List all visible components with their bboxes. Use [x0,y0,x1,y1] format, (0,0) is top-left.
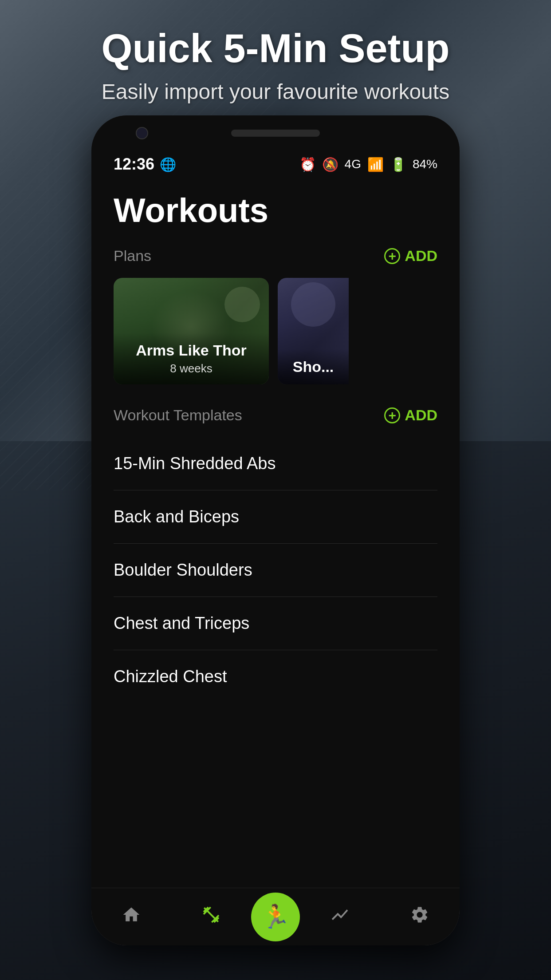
signal-label: 4G [345,157,361,171]
nav-item-progress[interactable] [300,905,380,929]
plan-card-1-detail [224,287,260,322]
template-name-4: Chizzled Chest [114,667,437,686]
plan-card-1-subtitle: 8 weeks [122,362,260,375]
nav-center-active-button[interactable]: 🏃 [251,893,300,941]
template-name-0: 15-Min Shredded Abs [114,454,437,473]
marketing-subtitle: Easily import your favourite workouts [0,79,551,104]
plan-card-shoulders[interactable]: Sho... [278,278,349,384]
signal-bars-icon: 📶 [367,157,384,172]
plans-label: Plans [114,247,151,265]
phone-top-bar [91,115,460,151]
bottom-nav: 🏃 [91,888,460,945]
plan-card-1-title: Arms Like Thor [122,342,260,359]
plan-card-2-figure [291,282,335,327]
status-bar: 12:36 🌐 ⏰ 🔕 4G 📶 🔋 84% [91,151,460,178]
template-name-1: Back and Biceps [114,507,437,526]
nav-item-home[interactable] [91,905,171,929]
clock-time: 12:36 [114,155,154,174]
template-name-3: Chest and Triceps [114,614,437,633]
templates-add-icon: + [384,407,400,423]
page-title: Workouts [114,191,437,229]
phone-camera [136,127,148,139]
templates-section-header: Workout Templates + ADD [114,407,437,424]
plans-add-label: ADD [405,247,437,265]
dumbbell-icon [201,905,221,929]
gear-icon [410,905,429,929]
phone-speaker [231,130,320,137]
marketing-header: Quick 5-Min Setup Easily import your fav… [0,0,551,104]
alarm-icon: ⏰ [299,157,316,172]
battery-icon: 🔋 [390,157,406,172]
chart-icon [330,905,350,929]
status-time: 12:36 🌐 [114,155,176,174]
templates-section: Workout Templates + ADD 15-Min Shredded … [114,407,437,703]
template-item-4[interactable]: Chizzled Chest [114,650,437,703]
mute-icon: 🔕 [322,157,338,172]
template-name-2: Boulder Shoulders [114,561,437,580]
nav-item-settings[interactable] [380,905,460,929]
template-item-1[interactable]: Back and Biceps [114,490,437,544]
template-item-3[interactable]: Chest and Triceps [114,597,437,650]
running-icon: 🏃 [261,903,290,930]
templates-add-button[interactable]: + ADD [384,407,437,424]
status-icons: ⏰ 🔕 4G 📶 🔋 84% [299,157,437,172]
app-content: Workouts Plans + ADD Arms Like [91,178,460,888]
template-item-0[interactable]: 15-Min Shredded Abs [114,437,437,490]
world-icon: 🌐 [160,157,176,172]
plan-card-2-overlay: Sho... [278,349,349,384]
battery-percent: 84% [413,157,437,171]
marketing-title: Quick 5-Min Setup [0,27,551,71]
templates-add-label: ADD [405,407,437,424]
plans-scroll: Arms Like Thor 8 weeks Sho... [114,278,437,384]
nav-item-workouts[interactable] [171,905,251,929]
plan-card-arms-like-thor[interactable]: Arms Like Thor 8 weeks [114,278,269,384]
templates-label: Workout Templates [114,407,242,424]
home-icon [122,905,141,929]
phone-device: 12:36 🌐 ⏰ 🔕 4G 📶 🔋 84% Workouts Plans + … [91,115,460,945]
plans-add-button[interactable]: + ADD [384,247,437,265]
template-item-2[interactable]: Boulder Shoulders [114,544,437,597]
plans-add-icon: + [384,248,400,264]
plans-section-header: Plans + ADD [114,247,437,265]
plan-card-2-title: Sho... [287,358,340,375]
plan-card-1-overlay: Arms Like Thor 8 weeks [114,333,269,384]
